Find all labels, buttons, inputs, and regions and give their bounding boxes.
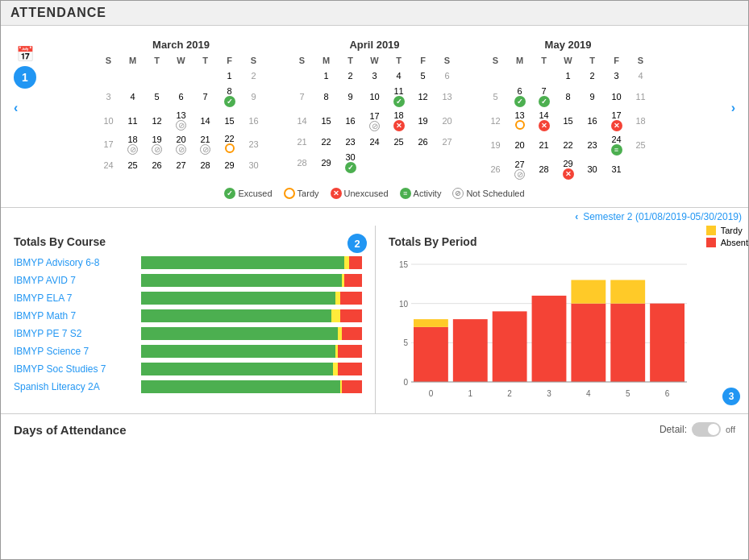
course-row[interactable]: IBMYP Soc Studies 7 xyxy=(14,363,362,375)
calendar-day-cell[interactable]: 27 xyxy=(169,156,193,174)
calendar-day-cell[interactable]: 22 xyxy=(218,132,242,156)
calendar-day-cell[interactable]: 24 xyxy=(97,156,121,174)
calendar-day-cell[interactable]: 18 xyxy=(629,109,653,133)
calendar-day-cell[interactable]: 1 xyxy=(314,67,339,85)
calendar-day-cell[interactable]: 23 xyxy=(580,133,605,157)
calendar-day-cell[interactable]: 5 xyxy=(484,85,508,109)
calendar-day-cell[interactable]: 14✕ xyxy=(532,109,556,133)
calendar-day-cell[interactable]: 29 xyxy=(314,151,339,175)
course-row[interactable]: IBMYP Advisory 6-8 xyxy=(14,256,362,269)
calendar-day-cell[interactable]: 16 xyxy=(339,109,363,133)
calendar-day-cell[interactable]: 3 xyxy=(605,67,629,85)
calendar-day-cell[interactable]: 9 xyxy=(580,85,605,109)
calendar-prev-button[interactable]: ‹ xyxy=(14,101,18,115)
calendar-day-cell[interactable]: 17 xyxy=(97,132,121,156)
calendar-day-cell[interactable]: 6 xyxy=(169,85,193,109)
calendar-day-cell[interactable]: 12 xyxy=(145,109,169,132)
calendar-day-cell[interactable]: 25 xyxy=(121,156,145,174)
calendar-day-cell[interactable]: 22 xyxy=(314,133,339,151)
calendar-day-cell[interactable]: 17✕ xyxy=(605,109,629,133)
calendar-day-cell[interactable]: 31 xyxy=(605,157,629,181)
calendar-day-cell[interactable]: 4 xyxy=(121,85,145,109)
calendar-day-cell[interactable]: 10 xyxy=(605,85,629,109)
calendar-day-cell[interactable]: 16 xyxy=(580,109,605,133)
detail-toggle-switch[interactable] xyxy=(692,422,721,437)
calendar-day-cell[interactable]: 13 xyxy=(508,109,532,133)
course-row[interactable]: Spanish Literacy 2A xyxy=(14,380,362,393)
calendar-day-cell[interactable]: 3 xyxy=(97,85,121,109)
calendar-day-cell[interactable]: 18✕ xyxy=(387,109,411,133)
calendar-day-cell[interactable]: 14 xyxy=(193,109,218,132)
calendar-day-cell[interactable]: 30 xyxy=(580,157,605,181)
calendar-day-cell[interactable]: 30✓ xyxy=(339,151,363,175)
calendar-day-cell[interactable]: 8✓ xyxy=(218,85,242,109)
calendar-day-cell[interactable]: 27⊘ xyxy=(508,157,532,181)
calendar-day-cell[interactable]: 2 xyxy=(580,67,605,85)
calendar-day-cell[interactable]: 15 xyxy=(218,109,242,132)
calendar-day-cell[interactable]: 29 xyxy=(218,156,242,174)
calendar-day-cell[interactable]: 19 xyxy=(484,133,508,157)
calendar-day-cell[interactable]: 30 xyxy=(242,156,266,174)
calendar-day-cell[interactable]: 23 xyxy=(339,133,363,151)
calendar-day-cell[interactable]: 29✕ xyxy=(556,157,580,181)
calendar-day-cell[interactable]: 9 xyxy=(242,85,266,109)
calendar-day-cell[interactable]: 24 xyxy=(363,133,387,151)
calendar-day-cell[interactable]: 21 xyxy=(532,133,556,157)
calendar-day-cell[interactable]: 27 xyxy=(435,133,460,151)
calendar-day-cell[interactable]: 17⊘ xyxy=(363,109,387,133)
calendar-day-cell[interactable]: 8 xyxy=(314,85,339,109)
calendar-day-cell[interactable]: 7✓ xyxy=(532,85,556,109)
calendar-day-cell[interactable]: 26 xyxy=(145,156,169,174)
course-row[interactable]: IBMYP Science 7 xyxy=(14,345,362,358)
calendar-day-cell[interactable]: 21⊘ xyxy=(193,132,218,156)
course-row[interactable]: IBMYP Math 7 xyxy=(14,309,362,322)
calendar-day-cell[interactable]: 20⊘ xyxy=(169,132,193,156)
calendar-day-cell[interactable]: 25 xyxy=(629,133,653,157)
calendar-day-cell[interactable]: 20 xyxy=(508,133,532,157)
calendar-day-cell[interactable]: 26 xyxy=(484,157,508,181)
calendar-day-cell[interactable]: 9 xyxy=(339,85,363,109)
calendar-day-cell[interactable]: 15 xyxy=(314,109,339,133)
calendar-day-cell[interactable]: 2 xyxy=(242,67,266,85)
calendar-day-cell[interactable]: 25 xyxy=(387,133,411,151)
calendar-next-button[interactable]: › xyxy=(731,101,735,115)
calendar-day-cell[interactable]: 1 xyxy=(218,67,242,85)
calendar-day-cell[interactable]: 28 xyxy=(193,156,218,174)
calendar-day-cell[interactable]: 11 xyxy=(629,85,653,109)
calendar-day-cell[interactable]: 12 xyxy=(411,85,435,109)
calendar-day-cell[interactable]: 8 xyxy=(556,85,580,109)
calendar-day-cell[interactable]: 28 xyxy=(290,151,314,175)
calendar-day-cell[interactable]: 7 xyxy=(290,85,314,109)
calendar-day-cell[interactable]: 10 xyxy=(97,109,121,132)
calendar-day-cell[interactable]: 10 xyxy=(363,85,387,109)
calendar-day-cell[interactable]: 14 xyxy=(290,109,314,133)
calendar-day-cell[interactable]: 4 xyxy=(387,67,411,85)
calendar-day-cell[interactable]: 24≡ xyxy=(605,133,629,157)
calendar-day-cell[interactable]: 19⊘ xyxy=(145,132,169,156)
calendar-day-cell[interactable]: 6✓ xyxy=(508,85,532,109)
calendar-day-cell[interactable]: 28 xyxy=(532,157,556,181)
calendar-day-cell[interactable]: 5 xyxy=(145,85,169,109)
calendar-day-cell[interactable]: 7 xyxy=(193,85,218,109)
calendar-day-cell[interactable]: 26 xyxy=(411,133,435,151)
course-row[interactable]: IBMYP PE 7 S2 xyxy=(14,327,362,340)
calendar-day-cell[interactable]: 11✓ xyxy=(387,85,411,109)
calendar-day-cell[interactable]: 11 xyxy=(121,109,145,132)
calendar-day-cell[interactable]: 16 xyxy=(242,109,266,132)
calendar-day-cell[interactable]: 5 xyxy=(411,67,435,85)
calendar-day-cell[interactable]: 19 xyxy=(411,109,435,133)
course-row[interactable]: IBMYP AVID 7 xyxy=(14,274,362,287)
semester-label[interactable]: Semester 2 (01/08/2019-05/30/2019) xyxy=(583,211,742,222)
calendar-day-cell[interactable]: 13⊘ xyxy=(169,109,193,132)
course-row[interactable]: IBMYP ELA 7 xyxy=(14,292,362,305)
calendar-day-cell[interactable]: 4 xyxy=(629,67,653,85)
calendar-day-cell[interactable]: 6 xyxy=(435,67,460,85)
calendar-day-cell[interactable]: 23 xyxy=(242,132,266,156)
calendar-day-cell[interactable]: 20 xyxy=(435,109,460,133)
calendar-day-cell[interactable]: 15 xyxy=(556,109,580,133)
calendar-day-cell[interactable]: 1 xyxy=(556,67,580,85)
calendar-day-cell[interactable]: 13 xyxy=(435,85,460,109)
calendar-day-cell[interactable]: 21 xyxy=(290,133,314,151)
calendar-day-cell[interactable]: 18⊘ xyxy=(121,132,145,156)
calendar-day-cell[interactable]: 12 xyxy=(484,109,508,133)
